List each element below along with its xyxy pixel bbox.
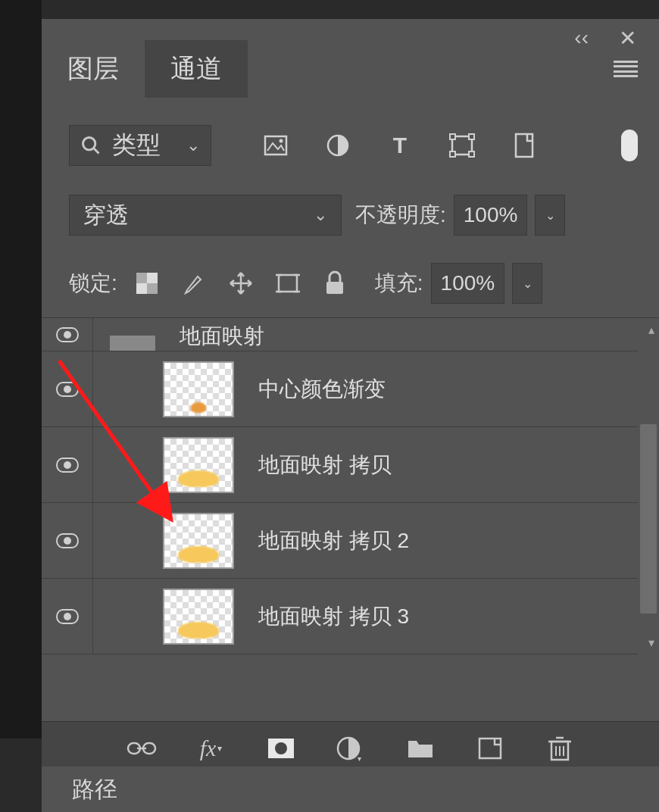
svg-point-3 xyxy=(280,139,283,143)
svg-rect-14 xyxy=(147,273,158,283)
svg-rect-8 xyxy=(469,134,474,139)
panel-tabs: 图层 通道 xyxy=(42,40,659,98)
blend-mode-value: 穿透 xyxy=(83,200,298,231)
link-layers-icon[interactable] xyxy=(128,735,155,762)
lock-transparency-icon[interactable] xyxy=(134,270,160,296)
chevron-down-icon: ⌄ xyxy=(298,205,327,225)
svg-rect-2 xyxy=(265,136,286,155)
svg-rect-10 xyxy=(469,151,474,157)
layer-name: 地面映射 拷贝 2 xyxy=(258,526,409,555)
lock-all-icon[interactable] xyxy=(322,270,348,296)
svg-rect-15 xyxy=(136,283,147,294)
layer-name: 地面映射 xyxy=(180,322,264,351)
visibility-toggle[interactable] xyxy=(56,382,79,397)
layer-thumbnail xyxy=(163,361,234,417)
layer-thumbnail xyxy=(110,336,155,351)
panel-menu-icon[interactable] xyxy=(614,61,638,77)
svg-rect-16 xyxy=(279,275,297,292)
tab-layers[interactable]: 图层 xyxy=(42,40,145,98)
layer-row[interactable]: 地面映射 xyxy=(42,318,659,351)
filter-toggle[interactable] xyxy=(621,130,638,161)
svg-rect-28 xyxy=(479,739,501,758)
layers-scrollbar[interactable]: ▴ ▾ xyxy=(638,318,659,654)
new-layer-icon[interactable] xyxy=(476,735,504,762)
opacity-value[interactable]: 100% xyxy=(454,195,528,236)
svg-rect-21 xyxy=(326,282,343,294)
svg-text:T: T xyxy=(393,133,407,158)
collapse-panel-icon[interactable]: ‹‹ xyxy=(574,26,589,50)
layer-name: 中心颜色渐变 xyxy=(258,375,386,404)
fill-value[interactable]: 100% xyxy=(431,263,505,304)
lock-pixels-icon[interactable] xyxy=(181,270,207,296)
layer-thumbnail xyxy=(163,513,234,569)
layers-list: 地面映射 中心颜色渐变 地面映射 拷贝 地面映射 拷贝 2 地面映射 拷贝 3 xyxy=(42,317,659,654)
svg-rect-9 xyxy=(450,151,455,157)
layer-row[interactable]: 地面映射 拷贝 2 xyxy=(42,503,659,579)
lock-label: 锁定: xyxy=(69,269,117,298)
svg-line-1 xyxy=(94,148,99,154)
layer-name: 地面映射 拷贝 xyxy=(258,451,392,479)
lock-position-icon[interactable] xyxy=(228,270,254,296)
filter-pixel-icon[interactable] xyxy=(263,133,289,158)
tab-paths[interactable]: 路径 xyxy=(42,767,659,812)
visibility-toggle[interactable] xyxy=(56,458,79,473)
layer-name: 地面映射 拷贝 3 xyxy=(258,602,409,631)
layer-thumbnail xyxy=(163,589,234,645)
opacity-label: 不透明度: xyxy=(355,201,446,230)
filter-type-label: 类型 xyxy=(109,129,164,162)
fill-chevron[interactable]: ⌄ xyxy=(512,263,542,304)
close-panel-icon[interactable]: ✕ xyxy=(619,26,636,51)
layer-row[interactable]: 地面映射 拷贝 3 xyxy=(42,579,659,654)
lock-artboard-icon[interactable] xyxy=(275,270,301,296)
blend-mode-dropdown[interactable]: 穿透 ⌄ xyxy=(69,195,342,236)
filter-adjust-icon[interactable] xyxy=(325,133,351,158)
filter-shape-icon[interactable] xyxy=(449,133,475,158)
svg-rect-11 xyxy=(516,134,533,157)
layer-mask-icon[interactable] xyxy=(267,735,295,762)
scrollbar-thumb[interactable] xyxy=(640,424,657,614)
layer-row[interactable]: 中心颜色渐变 xyxy=(42,351,659,427)
layer-row[interactable]: 地面映射 拷贝 xyxy=(42,427,659,503)
opacity-chevron[interactable]: ⌄ xyxy=(535,195,565,236)
chevron-down-icon: ⌄ xyxy=(171,136,200,155)
svg-rect-7 xyxy=(450,134,455,139)
paths-label: 路径 xyxy=(72,774,117,805)
svg-point-26 xyxy=(275,742,287,754)
visibility-toggle[interactable] xyxy=(56,609,79,624)
layer-filter-dropdown[interactable]: 类型 ⌄ xyxy=(69,125,211,166)
filter-smart-icon[interactable] xyxy=(511,133,537,158)
svg-rect-13 xyxy=(147,283,158,294)
fill-label: 填充: xyxy=(375,269,423,298)
adjustment-layer-icon[interactable]: ▾ xyxy=(337,735,364,762)
visibility-toggle[interactable] xyxy=(56,533,79,548)
layer-thumbnail xyxy=(163,437,234,493)
layer-effects-icon[interactable]: fx▾ xyxy=(198,735,225,762)
visibility-toggle[interactable] xyxy=(56,327,79,342)
svg-rect-12 xyxy=(136,273,147,283)
tab-channels[interactable]: 通道 xyxy=(145,40,248,98)
delete-layer-icon[interactable] xyxy=(546,735,573,762)
svg-point-0 xyxy=(83,138,95,150)
new-group-icon[interactable] xyxy=(407,735,434,762)
filter-text-icon[interactable]: T xyxy=(387,133,413,158)
